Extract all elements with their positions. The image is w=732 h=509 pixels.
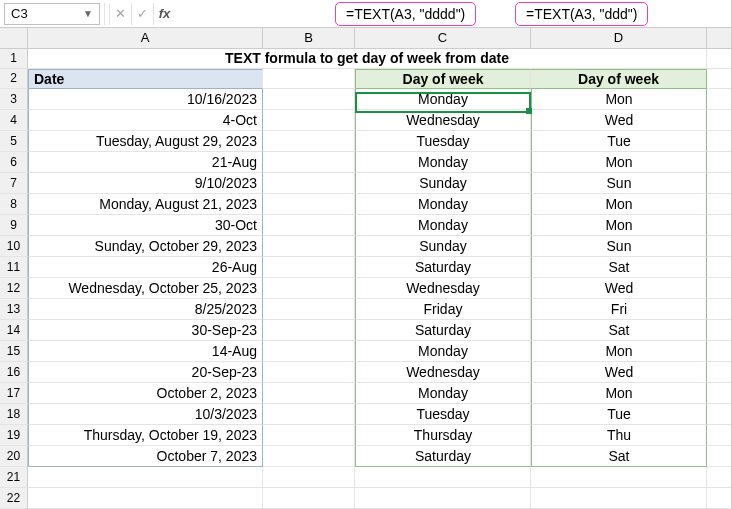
title-cell[interactable]: TEXT formula to get day of week from dat… <box>28 49 707 69</box>
cell[interactable] <box>263 362 355 383</box>
cell[interactable] <box>707 362 731 383</box>
cell[interactable] <box>263 488 355 509</box>
cell[interactable] <box>707 404 731 425</box>
row-header[interactable]: 2 <box>0 69 28 89</box>
cell[interactable] <box>707 383 731 404</box>
cell-date[interactable]: 30-Oct <box>28 215 263 236</box>
cell[interactable] <box>707 488 731 509</box>
cell[interactable] <box>707 425 731 446</box>
cell[interactable] <box>263 299 355 320</box>
col-header-A[interactable]: A <box>28 28 263 49</box>
cell-date[interactable]: 9/10/2023 <box>28 173 263 194</box>
cell[interactable] <box>707 278 731 299</box>
cell-date[interactable]: Wednesday, October 25, 2023 <box>28 278 263 299</box>
cell-date[interactable]: 26-Aug <box>28 257 263 278</box>
cell[interactable] <box>263 404 355 425</box>
cell-date[interactable]: 10/16/2023 <box>28 89 263 110</box>
cell-dow-full[interactable]: Monday <box>355 152 531 173</box>
cell[interactable] <box>263 110 355 131</box>
cell[interactable] <box>707 446 731 467</box>
row-header[interactable]: 9 <box>0 215 28 236</box>
cell-date[interactable]: Monday, August 21, 2023 <box>28 194 263 215</box>
row-header[interactable]: 14 <box>0 320 28 341</box>
chevron-down-icon[interactable]: ▼ <box>83 8 93 19</box>
row-header[interactable]: 8 <box>0 194 28 215</box>
cell-dow-full[interactable]: Sunday <box>355 236 531 257</box>
cell[interactable] <box>707 467 731 488</box>
header-date[interactable]: Date <box>28 69 263 89</box>
cell[interactable] <box>28 467 263 488</box>
col-header-C[interactable]: C <box>355 28 531 49</box>
accept-formula-icon[interactable]: ✓ <box>131 3 153 25</box>
cell-dow-full[interactable]: Thursday <box>355 425 531 446</box>
cell[interactable] <box>263 257 355 278</box>
cell-dow-full[interactable]: Saturday <box>355 446 531 467</box>
cell-dow-full[interactable]: Tuesday <box>355 404 531 425</box>
cell-dow-full[interactable]: Wednesday <box>355 110 531 131</box>
cell-date[interactable]: 21-Aug <box>28 152 263 173</box>
cell-dow-short[interactable]: Sat <box>531 446 707 467</box>
cell[interactable] <box>707 89 731 110</box>
cell[interactable] <box>707 299 731 320</box>
cell[interactable] <box>707 152 731 173</box>
cell[interactable] <box>263 215 355 236</box>
cell[interactable] <box>707 257 731 278</box>
cell[interactable] <box>263 446 355 467</box>
cell[interactable] <box>531 488 707 509</box>
row-header[interactable]: 20 <box>0 446 28 467</box>
cell[interactable] <box>263 467 355 488</box>
cell-date[interactable]: Thursday, October 19, 2023 <box>28 425 263 446</box>
cell[interactable] <box>707 341 731 362</box>
cell-dow-full[interactable]: Monday <box>355 383 531 404</box>
cell[interactable] <box>263 131 355 152</box>
cell[interactable] <box>263 425 355 446</box>
cell[interactable] <box>263 89 355 110</box>
row-header[interactable]: 18 <box>0 404 28 425</box>
row-header[interactable]: 22 <box>0 488 28 509</box>
cell-dow-short[interactable]: Tue <box>531 131 707 152</box>
col-header-B[interactable]: B <box>263 28 355 49</box>
cell-dow-short[interactable]: Mon <box>531 341 707 362</box>
cell[interactable] <box>263 194 355 215</box>
row-header[interactable]: 6 <box>0 152 28 173</box>
cancel-formula-icon[interactable]: ✕ <box>109 3 131 25</box>
cell[interactable] <box>263 383 355 404</box>
cell-dow-short[interactable]: Tue <box>531 404 707 425</box>
cell-dow-full[interactable]: Saturday <box>355 320 531 341</box>
cell[interactable] <box>707 320 731 341</box>
cell-date[interactable]: 30-Sep-23 <box>28 320 263 341</box>
row-header[interactable]: 3 <box>0 89 28 110</box>
row-header[interactable]: 17 <box>0 383 28 404</box>
cell[interactable] <box>28 488 263 509</box>
cell-dow-full[interactable]: Monday <box>355 215 531 236</box>
cell[interactable] <box>531 467 707 488</box>
row-header[interactable]: 7 <box>0 173 28 194</box>
select-all-corner[interactable] <box>0 28 28 49</box>
cell[interactable] <box>707 236 731 257</box>
cell-dow-short[interactable]: Mon <box>531 89 707 110</box>
cell-date[interactable]: October 7, 2023 <box>28 446 263 467</box>
cell-dow-full[interactable]: Tuesday <box>355 131 531 152</box>
cell[interactable] <box>707 131 731 152</box>
row-header[interactable]: 4 <box>0 110 28 131</box>
cell-dow-full[interactable]: Monday <box>355 341 531 362</box>
cell-dow-short[interactable]: Wed <box>531 110 707 131</box>
cell-dow-full[interactable]: Sunday <box>355 173 531 194</box>
cell-dow-full[interactable]: Friday <box>355 299 531 320</box>
cell-date[interactable]: 10/3/2023 <box>28 404 263 425</box>
cell-dow-short[interactable]: Sun <box>531 236 707 257</box>
col-header-D[interactable]: D <box>531 28 707 49</box>
cell[interactable] <box>263 320 355 341</box>
row-header[interactable]: 1 <box>0 49 28 69</box>
cell-dow-full[interactable]: Monday <box>355 89 531 110</box>
cell-dow-short[interactable]: Mon <box>531 152 707 173</box>
cell[interactable] <box>263 69 355 89</box>
cell-dow-short[interactable]: Fri <box>531 299 707 320</box>
row-header[interactable]: 16 <box>0 362 28 383</box>
row-header[interactable]: 10 <box>0 236 28 257</box>
cell-dow-short[interactable]: Mon <box>531 194 707 215</box>
cell-dow-full[interactable]: Monday <box>355 194 531 215</box>
cell-date[interactable]: October 2, 2023 <box>28 383 263 404</box>
cell-dow-short[interactable]: Sat <box>531 320 707 341</box>
cell-date[interactable]: Sunday, October 29, 2023 <box>28 236 263 257</box>
